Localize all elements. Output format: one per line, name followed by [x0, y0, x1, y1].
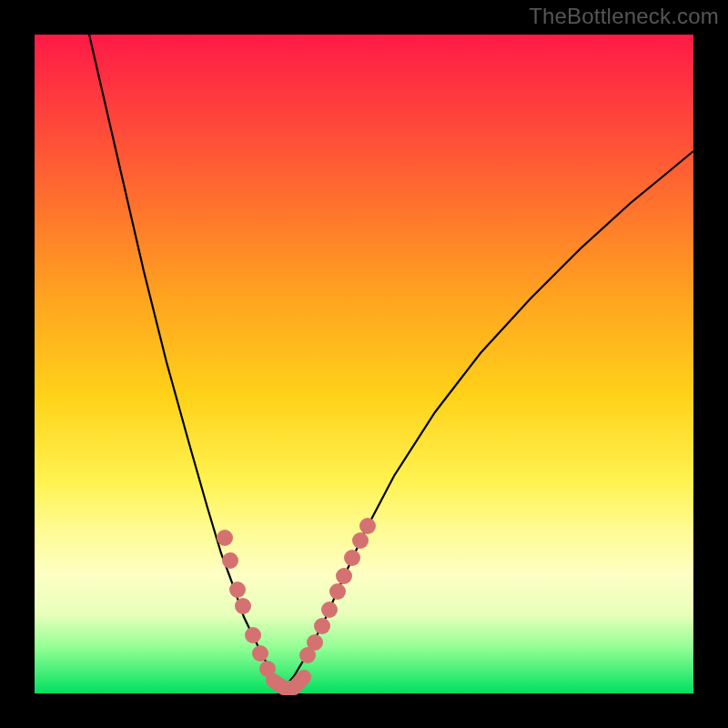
marker-dot — [217, 530, 233, 546]
chart-svg — [35, 35, 693, 693]
marker-dot — [359, 518, 376, 534]
marker-dot — [229, 581, 246, 598]
marker-dot — [321, 602, 338, 618]
marker-dot — [314, 618, 330, 634]
right-curve-line — [284, 151, 693, 688]
marker-dot — [252, 645, 268, 662]
marker-dot — [245, 627, 261, 643]
marker-dot — [336, 568, 352, 584]
marker-dots-group — [217, 518, 376, 677]
marker-dot — [307, 634, 323, 651]
marker-dot — [259, 661, 276, 677]
marker-dot — [344, 550, 360, 566]
marker-dot — [352, 532, 369, 549]
watermark-text: TheBottleneck.com — [529, 4, 719, 29]
bottom-marker-segment — [273, 677, 304, 688]
marker-dot — [222, 552, 238, 569]
left-curve-line — [89, 35, 284, 688]
outer-black-frame: TheBottleneck.com — [0, 0, 728, 728]
marker-dot — [235, 598, 251, 614]
marker-dot — [329, 583, 346, 600]
